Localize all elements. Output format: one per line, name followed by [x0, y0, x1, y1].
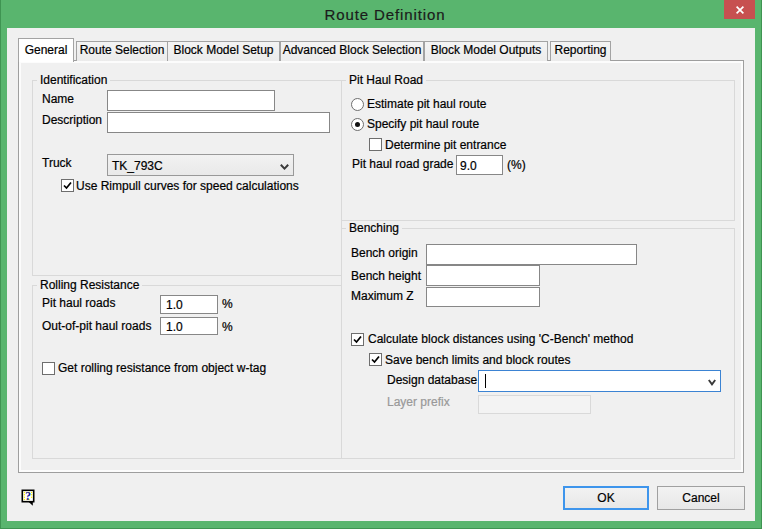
svg-text:?: ? — [25, 490, 31, 502]
